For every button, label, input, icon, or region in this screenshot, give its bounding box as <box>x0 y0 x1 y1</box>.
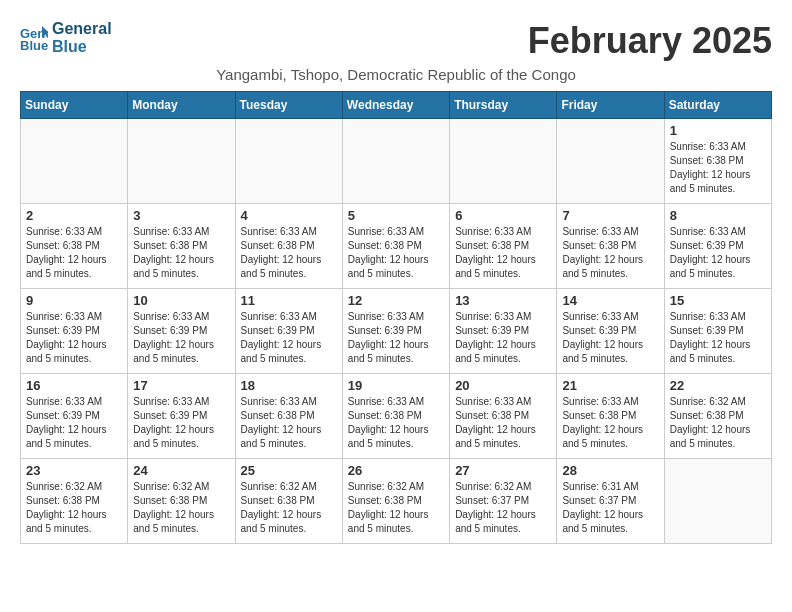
day-number: 5 <box>348 208 444 223</box>
day-info: Sunrise: 6:33 AMSunset: 6:39 PMDaylight:… <box>455 310 551 366</box>
day-info: Sunrise: 6:32 AMSunset: 6:37 PMDaylight:… <box>455 480 551 536</box>
day-number: 25 <box>241 463 337 478</box>
day-info: Sunrise: 6:33 AMSunset: 6:38 PMDaylight:… <box>241 225 337 281</box>
weekday-header-thursday: Thursday <box>450 92 557 119</box>
calendar-cell <box>21 119 128 204</box>
day-info: Sunrise: 6:33 AMSunset: 6:39 PMDaylight:… <box>133 310 229 366</box>
calendar-cell: 3Sunrise: 6:33 AMSunset: 6:38 PMDaylight… <box>128 204 235 289</box>
logo-line2: Blue <box>52 38 112 56</box>
calendar-cell: 1Sunrise: 6:33 AMSunset: 6:38 PMDaylight… <box>664 119 771 204</box>
day-info: Sunrise: 6:33 AMSunset: 6:38 PMDaylight:… <box>455 395 551 451</box>
calendar-cell <box>557 119 664 204</box>
location-title: Yangambi, Tshopo, Democratic Republic of… <box>20 66 772 83</box>
logo: General Blue General Blue <box>20 20 112 55</box>
svg-text:Blue: Blue <box>20 38 48 52</box>
calendar-cell: 24Sunrise: 6:32 AMSunset: 6:38 PMDayligh… <box>128 459 235 544</box>
calendar-cell: 25Sunrise: 6:32 AMSunset: 6:38 PMDayligh… <box>235 459 342 544</box>
day-number: 11 <box>241 293 337 308</box>
month-title: February 2025 <box>528 20 772 62</box>
day-number: 14 <box>562 293 658 308</box>
day-info: Sunrise: 6:33 AMSunset: 6:38 PMDaylight:… <box>455 225 551 281</box>
calendar-cell: 7Sunrise: 6:33 AMSunset: 6:38 PMDaylight… <box>557 204 664 289</box>
calendar-cell: 27Sunrise: 6:32 AMSunset: 6:37 PMDayligh… <box>450 459 557 544</box>
title-section: February 2025 <box>528 20 772 62</box>
day-number: 4 <box>241 208 337 223</box>
calendar-cell: 17Sunrise: 6:33 AMSunset: 6:39 PMDayligh… <box>128 374 235 459</box>
day-info: Sunrise: 6:32 AMSunset: 6:38 PMDaylight:… <box>241 480 337 536</box>
day-number: 17 <box>133 378 229 393</box>
day-number: 19 <box>348 378 444 393</box>
calendar-cell: 14Sunrise: 6:33 AMSunset: 6:39 PMDayligh… <box>557 289 664 374</box>
day-info: Sunrise: 6:33 AMSunset: 6:39 PMDaylight:… <box>670 225 766 281</box>
day-number: 21 <box>562 378 658 393</box>
day-info: Sunrise: 6:33 AMSunset: 6:39 PMDaylight:… <box>670 310 766 366</box>
logo-line1: General <box>52 20 112 38</box>
day-number: 13 <box>455 293 551 308</box>
day-info: Sunrise: 6:33 AMSunset: 6:39 PMDaylight:… <box>241 310 337 366</box>
day-info: Sunrise: 6:33 AMSunset: 6:38 PMDaylight:… <box>670 140 766 196</box>
calendar-cell: 28Sunrise: 6:31 AMSunset: 6:37 PMDayligh… <box>557 459 664 544</box>
day-info: Sunrise: 6:32 AMSunset: 6:38 PMDaylight:… <box>348 480 444 536</box>
day-number: 23 <box>26 463 122 478</box>
day-number: 16 <box>26 378 122 393</box>
calendar-cell <box>342 119 449 204</box>
weekday-header-monday: Monday <box>128 92 235 119</box>
logo-icon: General Blue <box>20 24 48 52</box>
day-number: 12 <box>348 293 444 308</box>
calendar-cell <box>450 119 557 204</box>
calendar-cell: 2Sunrise: 6:33 AMSunset: 6:38 PMDaylight… <box>21 204 128 289</box>
calendar-table: SundayMondayTuesdayWednesdayThursdayFrid… <box>20 91 772 544</box>
day-number: 10 <box>133 293 229 308</box>
calendar-cell: 21Sunrise: 6:33 AMSunset: 6:38 PMDayligh… <box>557 374 664 459</box>
day-info: Sunrise: 6:32 AMSunset: 6:38 PMDaylight:… <box>26 480 122 536</box>
calendar-cell <box>128 119 235 204</box>
calendar-cell: 15Sunrise: 6:33 AMSunset: 6:39 PMDayligh… <box>664 289 771 374</box>
calendar-cell: 10Sunrise: 6:33 AMSunset: 6:39 PMDayligh… <box>128 289 235 374</box>
day-number: 15 <box>670 293 766 308</box>
day-info: Sunrise: 6:33 AMSunset: 6:39 PMDaylight:… <box>348 310 444 366</box>
day-info: Sunrise: 6:33 AMSunset: 6:38 PMDaylight:… <box>348 395 444 451</box>
day-number: 22 <box>670 378 766 393</box>
day-info: Sunrise: 6:31 AMSunset: 6:37 PMDaylight:… <box>562 480 658 536</box>
day-info: Sunrise: 6:33 AMSunset: 6:38 PMDaylight:… <box>241 395 337 451</box>
day-number: 28 <box>562 463 658 478</box>
weekday-header-friday: Friday <box>557 92 664 119</box>
day-info: Sunrise: 6:33 AMSunset: 6:38 PMDaylight:… <box>562 225 658 281</box>
day-info: Sunrise: 6:33 AMSunset: 6:39 PMDaylight:… <box>26 395 122 451</box>
weekday-header-wednesday: Wednesday <box>342 92 449 119</box>
calendar-cell: 22Sunrise: 6:32 AMSunset: 6:38 PMDayligh… <box>664 374 771 459</box>
day-number: 1 <box>670 123 766 138</box>
day-number: 9 <box>26 293 122 308</box>
weekday-header-sunday: Sunday <box>21 92 128 119</box>
calendar-cell: 5Sunrise: 6:33 AMSunset: 6:38 PMDaylight… <box>342 204 449 289</box>
day-number: 7 <box>562 208 658 223</box>
day-info: Sunrise: 6:33 AMSunset: 6:39 PMDaylight:… <box>133 395 229 451</box>
calendar-cell <box>235 119 342 204</box>
day-info: Sunrise: 6:33 AMSunset: 6:38 PMDaylight:… <box>133 225 229 281</box>
day-number: 6 <box>455 208 551 223</box>
day-number: 3 <box>133 208 229 223</box>
calendar-cell: 18Sunrise: 6:33 AMSunset: 6:38 PMDayligh… <box>235 374 342 459</box>
calendar-cell: 23Sunrise: 6:32 AMSunset: 6:38 PMDayligh… <box>21 459 128 544</box>
calendar-cell: 4Sunrise: 6:33 AMSunset: 6:38 PMDaylight… <box>235 204 342 289</box>
day-info: Sunrise: 6:32 AMSunset: 6:38 PMDaylight:… <box>670 395 766 451</box>
day-info: Sunrise: 6:33 AMSunset: 6:38 PMDaylight:… <box>562 395 658 451</box>
calendar-cell: 11Sunrise: 6:33 AMSunset: 6:39 PMDayligh… <box>235 289 342 374</box>
calendar-cell <box>664 459 771 544</box>
calendar-cell: 19Sunrise: 6:33 AMSunset: 6:38 PMDayligh… <box>342 374 449 459</box>
weekday-header-saturday: Saturday <box>664 92 771 119</box>
calendar-cell: 8Sunrise: 6:33 AMSunset: 6:39 PMDaylight… <box>664 204 771 289</box>
calendar-cell: 26Sunrise: 6:32 AMSunset: 6:38 PMDayligh… <box>342 459 449 544</box>
day-number: 20 <box>455 378 551 393</box>
calendar-cell: 12Sunrise: 6:33 AMSunset: 6:39 PMDayligh… <box>342 289 449 374</box>
day-number: 27 <box>455 463 551 478</box>
day-number: 18 <box>241 378 337 393</box>
calendar-cell: 9Sunrise: 6:33 AMSunset: 6:39 PMDaylight… <box>21 289 128 374</box>
day-info: Sunrise: 6:32 AMSunset: 6:38 PMDaylight:… <box>133 480 229 536</box>
weekday-header-tuesday: Tuesday <box>235 92 342 119</box>
calendar-cell: 16Sunrise: 6:33 AMSunset: 6:39 PMDayligh… <box>21 374 128 459</box>
day-number: 2 <box>26 208 122 223</box>
day-info: Sunrise: 6:33 AMSunset: 6:38 PMDaylight:… <box>26 225 122 281</box>
day-info: Sunrise: 6:33 AMSunset: 6:38 PMDaylight:… <box>348 225 444 281</box>
day-number: 8 <box>670 208 766 223</box>
